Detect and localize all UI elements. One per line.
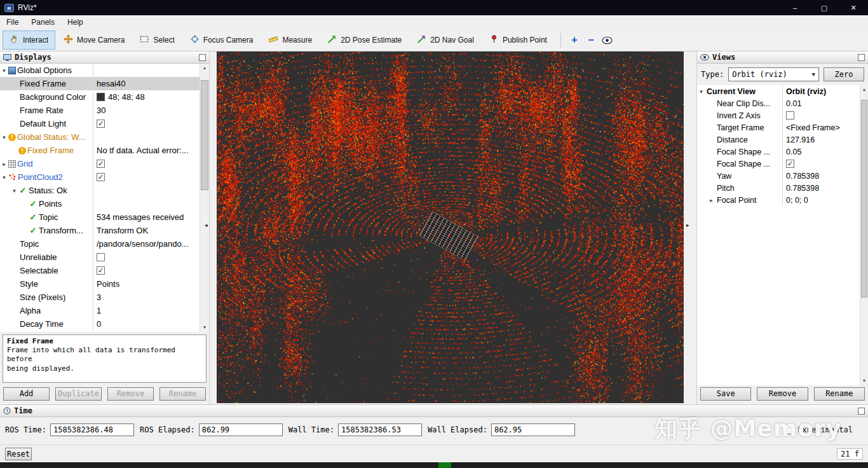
tree-row-target-frame[interactable]: Target Frame<Fixed Frame> — [697, 121, 860, 134]
tree-row-topic[interactable]: Topic/pandora/sensor/pando... — [0, 237, 200, 251]
tree-row-invert-z-axis[interactable]: Invert Z Axis — [697, 109, 860, 121]
expander-open-icon[interactable]: ▾ — [0, 134, 8, 141]
tree-row-fixed-frame[interactable]: Fixed Framehesai40 — [0, 77, 200, 90]
zero-button[interactable]: Zero — [824, 67, 864, 81]
row-checkbox[interactable]: ✓ — [786, 160, 794, 168]
tool-focus-camera[interactable]: Focus Camera — [183, 31, 261, 50]
remove-button[interactable]: Remove — [107, 387, 154, 401]
time-panel-header[interactable]: Time — [0, 405, 868, 417]
tree-row-decay-time[interactable]: Decay Time0 — [0, 317, 200, 331]
expander-open-icon[interactable]: ▾ — [697, 88, 705, 95]
expander-open-icon[interactable]: ▾ — [0, 67, 8, 74]
tree-row-fixed-frame[interactable]: !Fixed FrameNo tf data. Actual error:... — [0, 144, 200, 157]
displays-scrollbar[interactable]: ▲▼ — [200, 64, 209, 332]
tree-row-selectable[interactable]: Selectable✓ — [0, 264, 200, 277]
minimize-button[interactable]: – — [780, 0, 810, 15]
views-panel-header[interactable]: Views — [697, 52, 868, 64]
row-checkbox[interactable]: ✓ — [97, 160, 105, 168]
reset-button[interactable]: Reset — [5, 448, 32, 460]
displays-float-button[interactable] — [199, 54, 206, 61]
expander-closed-icon[interactable]: ▸ — [707, 197, 715, 203]
tree-row-pitch[interactable]: Pitch0.785398 — [697, 182, 860, 194]
splitter-left[interactable]: ◂ — [210, 52, 217, 404]
row-checkbox[interactable] — [97, 253, 105, 261]
displays-panel-header[interactable]: Displays — [0, 52, 209, 64]
tree-row-global-options[interactable]: ▾Global Options — [0, 64, 200, 77]
duplicate-button[interactable]: Duplicate — [55, 387, 102, 401]
tree-row-global-status-w[interactable]: ▾!Global Status: W... — [0, 130, 200, 144]
scroll-up-icon[interactable]: ▲ — [200, 64, 209, 72]
menu-panels[interactable]: Panels — [25, 16, 61, 29]
wall-time-input[interactable] — [338, 423, 422, 436]
tree-row-focal-shape[interactable]: Focal Shape ...✓ — [697, 158, 860, 170]
tree-row-unreliable[interactable]: Unreliable — [0, 251, 200, 264]
scroll-thumb[interactable] — [861, 100, 867, 298]
row-checkbox[interactable]: ✓ — [97, 120, 105, 128]
remove-tool-button[interactable]: − — [583, 32, 599, 48]
remove-button[interactable]: Remove — [757, 387, 808, 401]
expander-open-icon[interactable]: ▾ — [0, 174, 8, 181]
tree-row-style[interactable]: StylePoints — [0, 277, 200, 291]
tree-row-distance[interactable]: Distance127.916 — [697, 134, 860, 146]
scroll-up-icon[interactable]: ▲ — [860, 85, 868, 94]
tool-publish-point[interactable]: Publish Point — [482, 31, 554, 50]
row-checkbox[interactable] — [786, 111, 794, 120]
scroll-down-icon[interactable]: ▼ — [860, 376, 868, 385]
tree-row-pointcloud2[interactable]: ▾PointCloud2✓ — [0, 170, 200, 184]
scroll-track[interactable] — [200, 72, 209, 323]
expander-open-icon[interactable]: ▾ — [10, 188, 18, 194]
scroll-thumb[interactable] — [201, 80, 208, 190]
tree-row-current-view[interactable]: ▾Current ViewOrbit (rviz) — [697, 85, 860, 97]
menu-help[interactable]: Help — [61, 16, 90, 29]
add-tool-button[interactable]: + — [566, 32, 583, 48]
tool-select[interactable]: Select — [133, 31, 181, 50]
tool-properties-eye-icon[interactable] — [599, 32, 616, 48]
scroll-track[interactable] — [860, 94, 868, 376]
tool-interact[interactable]: Interact — [3, 31, 55, 50]
rename-button[interactable]: Rename — [159, 387, 206, 401]
pointcloud-canvas[interactable] — [217, 52, 684, 403]
collapse-right-icon[interactable]: ▸ — [686, 222, 689, 228]
tree-row-yaw[interactable]: Yaw0.785398 — [697, 170, 860, 182]
tree-row-status-ok[interactable]: ▾✓Status: Ok — [0, 184, 200, 197]
tree-row-alpha[interactable]: Alpha1 — [0, 304, 200, 317]
tree-row-transform[interactable]: ✓Transform...Transform OK — [0, 224, 200, 237]
tree-row-near-clip-dis[interactable]: Near Clip Dis...0.01 — [697, 97, 860, 109]
tree-row-size-pixels[interactable]: Size (Pixels)3 — [0, 291, 200, 304]
view-type-dropdown[interactable]: Orbit (rviz) ▼ — [728, 67, 819, 81]
rename-button[interactable]: Rename — [814, 387, 865, 401]
wall-elapsed-input[interactable] — [491, 423, 575, 436]
tree-row-topic[interactable]: ✓Topic534 messages received — [0, 210, 200, 224]
ros-elapsed-input[interactable] — [199, 423, 283, 436]
add-button[interactable]: Add — [3, 387, 50, 401]
windows-taskbar[interactable] — [0, 462, 868, 468]
tree-row-focal-point[interactable]: ▸Focal Point0; 0; 0 — [697, 194, 860, 206]
views-float-button[interactable] — [858, 54, 865, 61]
save-button[interactable]: Save — [700, 387, 751, 401]
expander-closed-icon[interactable]: ▸ — [0, 161, 8, 167]
ros-time-input[interactable] — [50, 423, 134, 436]
tree-row-frame-rate[interactable]: Frame Rate30 — [0, 104, 200, 117]
splitter-right[interactable]: ▸ — [684, 52, 696, 404]
tool-2d-nav-goal[interactable]: 2D Nav Goal — [410, 31, 481, 50]
tree-row-background-color[interactable]: Background Color48; 48; 48 — [0, 90, 200, 104]
experimental-toggle[interactable]: Experimental — [786, 425, 853, 434]
3d-viewport[interactable] — [217, 52, 684, 403]
tool-measure[interactable]: Measure — [261, 31, 319, 50]
maximize-button[interactable]: ▢ — [810, 0, 839, 15]
tree-row-focal-shape[interactable]: Focal Shape ...0.05 — [697, 146, 860, 158]
tool-2d-pose-estimate[interactable]: 2D Pose Estimate — [320, 31, 409, 50]
tool-move-camera[interactable]: Move Camera — [57, 31, 132, 50]
tree-row-default-light[interactable]: Default Light✓ — [0, 117, 200, 130]
tree-row-grid[interactable]: ▸Grid✓ — [0, 157, 200, 170]
menu-file[interactable]: File — [0, 16, 25, 29]
collapse-left-icon[interactable]: ◂ — [205, 222, 208, 228]
taskbar-app-icon[interactable] — [438, 462, 451, 468]
scroll-down-icon[interactable]: ▼ — [200, 323, 209, 332]
close-button[interactable]: ✕ — [839, 0, 868, 15]
tree-row-points[interactable]: ✓Points — [0, 197, 200, 210]
row-checkbox[interactable]: ✓ — [97, 173, 105, 181]
time-float-button[interactable] — [858, 408, 865, 415]
experimental-checkbox[interactable] — [786, 426, 794, 434]
views-scrollbar[interactable]: ▲▼ — [860, 85, 868, 385]
